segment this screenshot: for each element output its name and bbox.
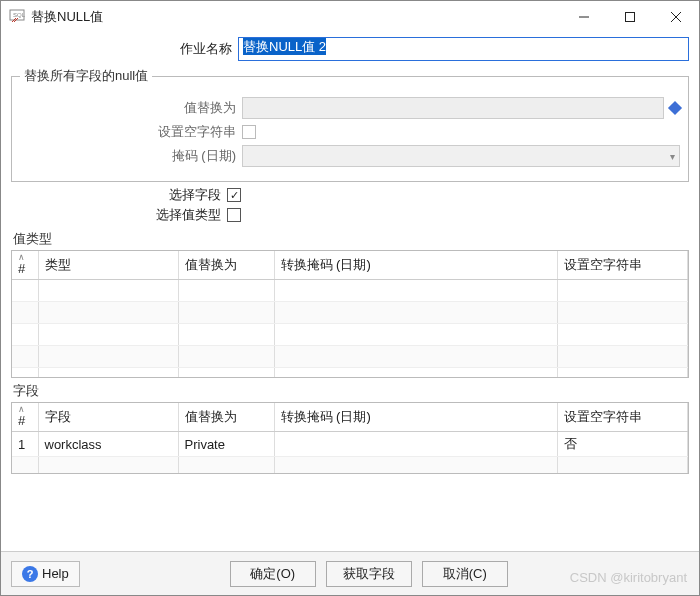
value-types-grid[interactable]: ∧# 类型 值替换为 转换掩码 (日期) 设置空字符串 — [11, 250, 689, 378]
replace-all-fields-group: 替换所有字段的null值 值替换为 设置空字符串 掩码 (日期) ▾ — [11, 67, 689, 182]
set-empty-label: 设置空字符串 — [20, 123, 242, 141]
sort-icon[interactable]: ∧ — [18, 254, 32, 261]
replace-with-input — [242, 97, 664, 119]
fields-label: 字段 — [13, 382, 689, 400]
minimize-button[interactable] — [561, 1, 607, 33]
table-row[interactable] — [12, 324, 688, 346]
fields-grid[interactable]: ∧# 字段 值替换为 转换掩码 (日期) 设置空字符串 1 workclass … — [11, 402, 689, 474]
help-icon: ? — [22, 566, 38, 582]
maximize-button[interactable] — [607, 1, 653, 33]
col-replace-with[interactable]: 值替换为 — [178, 251, 274, 280]
value-types-header-row: ∧# 类型 值替换为 转换掩码 (日期) 设置空字符串 — [12, 251, 688, 280]
fields-header-row: ∧# 字段 值替换为 转换掩码 (日期) 设置空字符串 — [12, 403, 688, 432]
job-name-row: 作业名称 替换NULL值 2 — [11, 37, 689, 61]
sort-icon[interactable]: ∧ — [18, 406, 32, 413]
variable-icon[interactable] — [668, 101, 682, 115]
chevron-down-icon: ▾ — [670, 151, 675, 162]
cancel-button[interactable]: 取消(C) — [422, 561, 508, 587]
help-label: Help — [42, 566, 69, 581]
col-type[interactable]: 类型 — [38, 251, 178, 280]
job-name-label: 作业名称 — [11, 40, 238, 58]
select-value-type-checkbox[interactable] — [227, 208, 241, 222]
help-button[interactable]: ? Help — [11, 561, 80, 587]
svg-rect-3 — [626, 13, 635, 22]
table-row[interactable]: 1 workclass Private 否 — [12, 432, 688, 457]
footer-bar: ? Help 确定(O) 获取字段 取消(C) — [1, 551, 699, 595]
col-field[interactable]: 字段 — [38, 403, 178, 432]
job-name-value: 替换NULL值 2 — [243, 38, 326, 55]
svg-text:SQL: SQL — [13, 12, 25, 18]
select-field-checkbox[interactable]: ✓ — [227, 188, 241, 202]
col-replace-with-f[interactable]: 值替换为 — [178, 403, 274, 432]
col-convert-mask-f[interactable]: 转换掩码 (日期) — [274, 403, 558, 432]
col-set-empty[interactable]: 设置空字符串 — [558, 251, 688, 280]
select-value-type-label: 选择值类型 — [11, 206, 227, 224]
col-set-empty-f[interactable]: 设置空字符串 — [558, 403, 688, 432]
replace-with-label: 值替换为 — [20, 99, 242, 117]
close-button[interactable] — [653, 1, 699, 33]
get-fields-button[interactable]: 获取字段 — [326, 561, 412, 587]
mask-date-label: 掩码 (日期) — [20, 147, 242, 165]
select-field-label: 选择字段 — [11, 186, 227, 204]
job-name-input[interactable]: 替换NULL值 2 — [238, 37, 689, 61]
window-title: 替换NULL值 — [31, 8, 561, 26]
app-icon: SQL — [9, 9, 25, 25]
col-convert-mask[interactable]: 转换掩码 (日期) — [274, 251, 558, 280]
title-bar: SQL 替换NULL值 — [1, 1, 699, 33]
table-row[interactable] — [12, 302, 688, 324]
ok-button[interactable]: 确定(O) — [230, 561, 316, 587]
mask-date-dropdown: ▾ — [242, 145, 680, 167]
table-row[interactable] — [12, 346, 688, 368]
value-types-label: 值类型 — [13, 230, 689, 248]
table-row[interactable] — [12, 280, 688, 302]
table-row[interactable] — [12, 457, 688, 475]
replace-all-fields-legend: 替换所有字段的null值 — [20, 67, 152, 85]
set-empty-checkbox — [242, 125, 256, 139]
table-row[interactable] — [12, 368, 688, 379]
